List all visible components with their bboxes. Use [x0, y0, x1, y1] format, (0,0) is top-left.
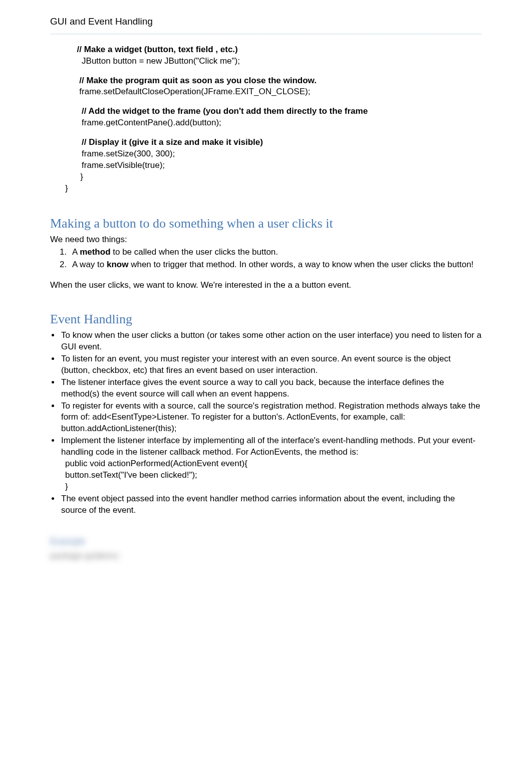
- code-line-closeop: frame.setDefaultCloseOperation(JFrame.EX…: [65, 86, 482, 98]
- list-item: The listener interface gives the event s…: [60, 377, 482, 400]
- li2-pre: A way to: [72, 260, 107, 269]
- heading-making-button: Making a button to do something when a u…: [50, 215, 482, 232]
- b5-code3: }: [65, 481, 482, 493]
- b5-code1: public void actionPerformed(ActionEvent …: [65, 458, 482, 470]
- code-line-setsize: frame.setSize(300, 300);: [65, 148, 482, 160]
- section-making-button: Making a button to do something when a u…: [50, 215, 482, 291]
- code-comment-display: // Display it (give it a size and make i…: [65, 137, 482, 148]
- list-item: To know when the user clicks a button (o…: [60, 330, 482, 353]
- code-line-setvisible: frame.setVisible(true);: [65, 160, 482, 171]
- page-title: GUI and Event Handling: [50, 15, 482, 28]
- list-item: The event object passed into the event h…: [60, 493, 482, 516]
- header-divider: [50, 33, 482, 35]
- heading-event-handling: Event Handling: [50, 310, 482, 328]
- code-line-jbutton: JButton button = new JButton("Click me")…: [65, 56, 482, 67]
- li2-post: when to trigger that method. In other wo…: [128, 260, 473, 269]
- li2-bold: know: [107, 260, 128, 269]
- b4-text: To register for events with a source, ca…: [61, 401, 480, 422]
- intro-text: We need two things:: [50, 234, 482, 246]
- list-item: To listen for an event, you must registe…: [60, 353, 482, 376]
- code-comment-quit: // Make the program quit as soon as you …: [65, 75, 482, 87]
- event-handling-list: To know when the user clicks a button (o…: [50, 330, 482, 516]
- li1-bold: method: [80, 247, 110, 257]
- code-comment-widget: // Make a widget (button, text field , e…: [65, 44, 482, 56]
- list-item: To register for events with a source, ca…: [60, 401, 482, 435]
- b5-text: Implement the listener interface by impl…: [61, 436, 475, 457]
- li1-post: to be called when the user clicks the bu…: [111, 247, 279, 257]
- code-brace-inner: }: [73, 171, 482, 183]
- code-comment-addwidget: // Add the widget to the frame (you don'…: [65, 106, 482, 117]
- b5-code2: button.setText("I've been clicked!");: [65, 470, 482, 481]
- code-brace-outer: }: [65, 183, 482, 194]
- list-item: A method to be called when the user clic…: [69, 247, 482, 258]
- li1-pre: A: [72, 247, 80, 257]
- code-block: // Make a widget (button, text field , e…: [65, 44, 482, 194]
- code-line-contentpane: frame.getContentPane().add(button);: [65, 117, 482, 129]
- section-event-handling: Event Handling To know when the user cli…: [50, 310, 482, 516]
- list-item: Implement the listener interface by impl…: [60, 435, 482, 493]
- blurred-heading: Example: [50, 535, 482, 547]
- b4-code: button.addActionListener(this);: [61, 423, 482, 435]
- closing-text: When the user clicks, we want to know. W…: [50, 280, 482, 291]
- blurred-line: package guidemo;: [50, 550, 482, 562]
- list-item: A way to know when to trigger that metho…: [69, 259, 482, 271]
- requirements-list: A method to be called when the user clic…: [50, 247, 482, 271]
